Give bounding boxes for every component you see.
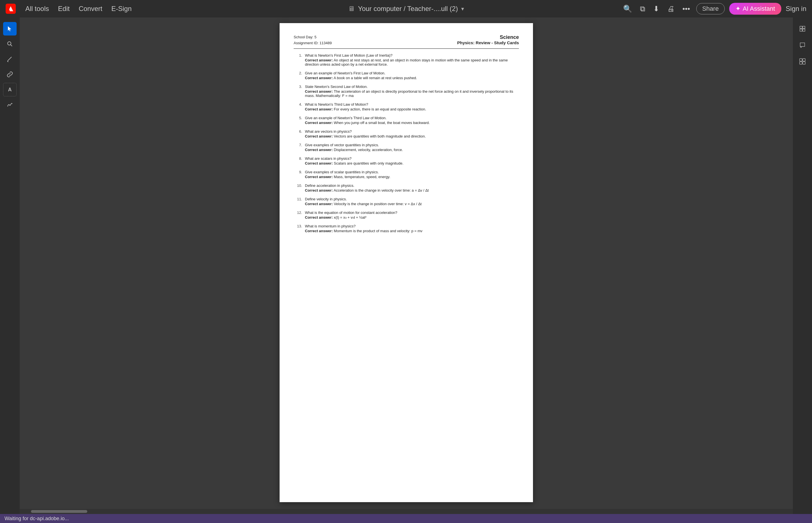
nav-convert[interactable]: Convert [75, 3, 106, 14]
nav-menu: All tools Edit Convert E-Sign [21, 3, 136, 14]
answer-line: Correct answer: Velocity is the change i… [305, 202, 519, 206]
nav-esign[interactable]: E-Sign [107, 3, 135, 14]
svg-rect-8 [800, 26, 802, 29]
tool-zoom[interactable] [3, 37, 17, 51]
svg-rect-15 [803, 62, 805, 64]
pdf-page: School Day: 5 Assignment ID: 113489 Scie… [280, 23, 533, 502]
answer-text: When you jump off a small boat, the boat… [334, 121, 430, 125]
right-tool-enhance[interactable] [796, 22, 809, 36]
topbar: All tools Edit Convert E-Sign 🖥 Your com… [0, 0, 812, 17]
answer-line: Correct answer: Acceleration is the chan… [305, 188, 519, 193]
qa-item-13: 13. What is momentum in physics? Correct… [294, 224, 519, 233]
question-text: Give an example of Newton's First Law of… [305, 71, 519, 75]
answer-line: Correct answer: An object at rest stays … [305, 58, 519, 67]
search-icon[interactable]: 🔍 [621, 3, 634, 15]
tool-signature[interactable] [3, 98, 17, 112]
answer-text: Scalars are quantities with only magnitu… [334, 161, 403, 165]
print-icon[interactable]: 🖨 [666, 3, 676, 15]
answer-label: Correct answer: [305, 148, 333, 152]
question-text: Give an example of Newton's Third Law of… [305, 116, 519, 120]
answer-line: Correct answer: Vectors are quantities w… [305, 134, 519, 138]
qa-number: 2. [294, 71, 302, 80]
question-text: What are vectors in physics? [305, 129, 519, 133]
svg-line-5 [7, 57, 12, 61]
answer-text: An object at rest stays at rest, and an … [305, 58, 508, 67]
file-path-text: Your computer / Teacher-....ull (2) [358, 5, 458, 13]
qa-number: 3. [294, 85, 302, 98]
answer-line: Correct answer: Momentum is the product … [305, 229, 519, 233]
qa-item-6: 6. What are vectors in physics? Correct … [294, 129, 519, 138]
answer-text: Mass, temperature, speed, energy. [334, 175, 391, 179]
svg-marker-2 [8, 26, 11, 31]
more-icon[interactable]: ••• [681, 3, 692, 15]
answer-label: Correct answer: [305, 107, 333, 111]
qa-content: What is the equation of motion for const… [305, 211, 519, 219]
question-text: What is Newton's First Law of Motion (La… [305, 53, 519, 57]
adobe-logo [6, 4, 16, 14]
answer-line: Correct answer: Mass, temperature, speed… [305, 175, 519, 179]
qa-content: State Newton's Second Law of Motion. Cor… [305, 85, 519, 98]
svg-rect-9 [803, 26, 805, 29]
dropdown-arrow-icon[interactable]: ▾ [461, 5, 464, 12]
pages-icon[interactable]: ⧉ [638, 3, 647, 15]
question-text: What is Newton's Third Law of Motion? [305, 102, 519, 107]
sign-in-button[interactable]: Sign in [786, 5, 806, 13]
qa-item-8: 8. What are scalars in physics? Correct … [294, 157, 519, 165]
answer-line: Correct answer: A book on a table will r… [305, 76, 519, 80]
tool-link[interactable] [3, 68, 17, 81]
share-button[interactable]: Share [696, 3, 725, 14]
qa-number: 4. [294, 102, 302, 111]
qa-number: 1. [294, 53, 302, 67]
answer-label: Correct answer: [305, 161, 333, 165]
answer-text: Momentum is the product of mass and velo… [334, 229, 422, 233]
qa-item-11: 11. Define velocity in physics. Correct … [294, 197, 519, 206]
qa-item-7: 7. Give examples of vector quantities in… [294, 143, 519, 152]
qa-number: 5. [294, 116, 302, 125]
qa-content: What is Newton's First Law of Motion (La… [305, 53, 519, 67]
qa-item-4: 4. What is Newton's Third Law of Motion?… [294, 102, 519, 111]
answer-label: Correct answer: [305, 134, 333, 138]
status-text: Waiting for dc-api.adobe.io... [4, 516, 69, 522]
download-icon[interactable]: ⬇ [652, 3, 661, 15]
nav-all-tools[interactable]: All tools [21, 3, 53, 14]
qa-content: What are scalars in physics? Correct ans… [305, 157, 519, 165]
question-text: Define velocity in physics. [305, 197, 519, 201]
qa-item-5: 5. Give an example of Newton's Third Law… [294, 116, 519, 125]
nav-edit[interactable]: Edit [54, 3, 74, 14]
status-bar: Waiting for dc-api.adobe.io... [0, 514, 812, 523]
qa-number: 9. [294, 170, 302, 179]
ai-assistant-button[interactable]: ✦ AI Assistant [729, 3, 781, 15]
subject-title: Science [457, 34, 519, 40]
answer-label: Correct answer: [305, 215, 333, 219]
qa-item-10: 10. Define acceleration in physics. Corr… [294, 183, 519, 193]
answer-label: Correct answer: [305, 121, 333, 125]
qa-item-1: 1. What is Newton's First Law of Motion … [294, 53, 519, 67]
question-text: Define acceleration in physics. [305, 183, 519, 188]
qa-content: Define acceleration in physics. Correct … [305, 183, 519, 193]
tool-annotate[interactable] [3, 52, 17, 66]
answer-label: Correct answer: [305, 188, 333, 193]
question-text: Give examples of vector quantities in ph… [305, 143, 519, 147]
answer-label: Correct answer: [305, 89, 333, 93]
svg-rect-12 [799, 59, 802, 61]
qa-number: 8. [294, 157, 302, 165]
svg-rect-14 [799, 62, 802, 64]
tool-cursor[interactable] [3, 22, 17, 36]
answer-text: Velocity is the change in position over … [334, 202, 422, 206]
svg-line-4 [11, 44, 12, 46]
answer-text: The acceleration of an object is directl… [305, 89, 513, 98]
answer-text: x(t) = x₀ + v₀t + ½at² [334, 215, 366, 219]
answer-line: Correct answer: x(t) = x₀ + v₀t + ½at² [305, 215, 519, 219]
scrollbar-thumb[interactable] [31, 510, 87, 513]
answer-text: Acceleration is the change in velocity o… [334, 188, 429, 193]
assignment-id: Assignment ID: 113489 [294, 40, 332, 46]
right-tool-comment[interactable] [796, 38, 809, 52]
answer-label: Correct answer: [305, 229, 333, 233]
right-tool-grid[interactable] [796, 55, 809, 68]
doc-header-right: Science Physics: Review - Study Cards [457, 34, 519, 45]
bottom-scrollbar[interactable] [20, 509, 793, 514]
answer-line: Correct answer: Scalars are quantities w… [305, 161, 519, 165]
answer-line: Correct answer: The acceleration of an o… [305, 89, 519, 98]
tool-text-add[interactable]: A [3, 83, 17, 96]
answer-text: For every action, there is an equal and … [334, 107, 426, 111]
